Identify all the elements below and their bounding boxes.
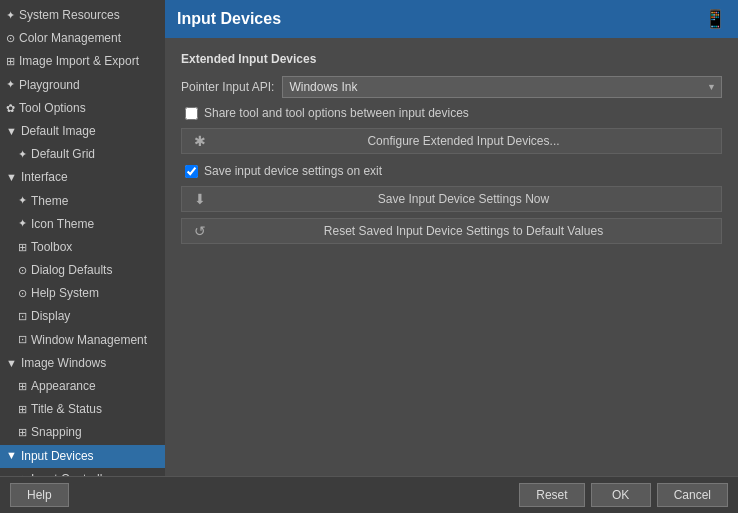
- footer: Help Reset OK Cancel: [0, 476, 738, 513]
- sidebar-label-system-resources: System Resources: [19, 6, 120, 25]
- sidebar-label-display: Display: [31, 307, 70, 326]
- content-panel: Input Devices 📱 Extended Input Devices P…: [165, 0, 738, 476]
- save-settings-checkbox[interactable]: [185, 165, 198, 178]
- sidebar-icon-interface: ▼: [6, 169, 17, 187]
- sidebar-icon-image-import-export: ⊞: [6, 53, 15, 71]
- sidebar-icon-window-management: ⊡: [18, 331, 27, 349]
- sidebar-item-input-controllers[interactable]: ⊙Input Controllers: [0, 468, 165, 476]
- sidebar-item-tool-options[interactable]: ✿Tool Options: [0, 97, 165, 120]
- share-tools-label[interactable]: Share tool and tool options between inpu…: [204, 106, 469, 120]
- sidebar-label-snapping: Snapping: [31, 423, 82, 442]
- sidebar-label-input-devices: Input Devices: [21, 447, 94, 466]
- sidebar-item-image-import-export[interactable]: ⊞Image Import & Export: [0, 50, 165, 73]
- sidebar-icon-dialog-defaults: ⊙: [18, 262, 27, 280]
- help-button[interactable]: Help: [10, 483, 69, 507]
- sidebar-item-title-status[interactable]: ⊞Title & Status: [0, 398, 165, 421]
- save-icon: ⬇: [188, 191, 212, 207]
- save-settings-label[interactable]: Save input device settings on exit: [204, 164, 382, 178]
- save-label: Save Input Device Settings Now: [212, 192, 715, 206]
- configure-icon: ✱: [188, 133, 212, 149]
- content-header-icon: 📱: [704, 8, 726, 30]
- sidebar-item-system-resources[interactable]: ✦System Resources: [0, 4, 165, 27]
- reset-icon: ↺: [188, 223, 212, 239]
- sidebar-icon-playground: ✦: [6, 76, 15, 94]
- sidebar-item-toolbox[interactable]: ⊞Toolbox: [0, 236, 165, 259]
- sidebar-icon-default-image: ▼: [6, 123, 17, 141]
- ok-button[interactable]: OK: [591, 483, 651, 507]
- sidebar-item-input-devices[interactable]: ▼Input Devices: [0, 445, 165, 468]
- share-tools-row: Share tool and tool options between inpu…: [181, 106, 722, 120]
- sidebar-icon-snapping: ⊞: [18, 424, 27, 442]
- sidebar-icon-tool-options: ✿: [6, 100, 15, 118]
- sidebar-item-image-windows[interactable]: ▼Image Windows: [0, 352, 165, 375]
- sidebar-label-title-status: Title & Status: [31, 400, 102, 419]
- sidebar-item-playground[interactable]: ✦Playground: [0, 74, 165, 97]
- sidebar-label-dialog-defaults: Dialog Defaults: [31, 261, 112, 280]
- sidebar-item-help-system[interactable]: ⊙Help System: [0, 282, 165, 305]
- save-settings-row: Save input device settings on exit: [181, 164, 722, 178]
- sidebar-item-window-management[interactable]: ⊡Window Management: [0, 329, 165, 352]
- content-title: Input Devices: [177, 10, 281, 28]
- sidebar-icon-icon-theme: ✦: [18, 215, 27, 233]
- sidebar-label-color-management: Color Management: [19, 29, 121, 48]
- pointer-input-label: Pointer Input API:: [181, 80, 274, 94]
- sidebar-item-dialog-defaults[interactable]: ⊙Dialog Defaults: [0, 259, 165, 282]
- sidebar-label-theme: Theme: [31, 192, 68, 211]
- save-action-row[interactable]: ⬇ Save Input Device Settings Now: [181, 186, 722, 212]
- share-tools-checkbox[interactable]: [185, 107, 198, 120]
- content-body: Extended Input Devices Pointer Input API…: [165, 38, 738, 476]
- sidebar-item-icon-theme[interactable]: ✦Icon Theme: [0, 213, 165, 236]
- sidebar-icon-default-grid: ✦: [18, 146, 27, 164]
- sidebar-label-help-system: Help System: [31, 284, 99, 303]
- sidebar-label-image-import-export: Image Import & Export: [19, 52, 139, 71]
- sidebar-item-display[interactable]: ⊡Display: [0, 305, 165, 328]
- reset-action-row[interactable]: ↺ Reset Saved Input Device Settings to D…: [181, 218, 722, 244]
- sidebar-icon-toolbox: ⊞: [18, 239, 27, 257]
- sidebar-label-image-windows: Image Windows: [21, 354, 106, 373]
- sidebar: ✦System Resources⊙Color Management⊞Image…: [0, 0, 165, 476]
- sidebar-icon-help-system: ⊙: [18, 285, 27, 303]
- sidebar-label-default-image: Default Image: [21, 122, 96, 141]
- footer-left: Help: [10, 483, 69, 507]
- configure-action-row[interactable]: ✱ Configure Extended Input Devices...: [181, 128, 722, 154]
- footer-right: Reset OK Cancel: [519, 483, 728, 507]
- sidebar-icon-title-status: ⊞: [18, 401, 27, 419]
- pointer-input-row: Pointer Input API: Windows Ink XInput Wi…: [181, 76, 722, 98]
- pointer-input-select-wrapper[interactable]: Windows Ink XInput WinTab: [282, 76, 722, 98]
- cancel-button[interactable]: Cancel: [657, 483, 728, 507]
- sidebar-item-interface[interactable]: ▼Interface: [0, 166, 165, 189]
- section-title: Extended Input Devices: [181, 52, 722, 66]
- sidebar-label-toolbox: Toolbox: [31, 238, 72, 257]
- sidebar-item-default-grid[interactable]: ✦Default Grid: [0, 143, 165, 166]
- sidebar-label-playground: Playground: [19, 76, 80, 95]
- sidebar-icon-input-devices: ▼: [6, 447, 17, 465]
- sidebar-label-icon-theme: Icon Theme: [31, 215, 94, 234]
- sidebar-icon-display: ⊡: [18, 308, 27, 326]
- sidebar-icon-color-management: ⊙: [6, 30, 15, 48]
- sidebar-item-appearance[interactable]: ⊞Appearance: [0, 375, 165, 398]
- pointer-input-select[interactable]: Windows Ink XInput WinTab: [282, 76, 722, 98]
- sidebar-label-appearance: Appearance: [31, 377, 96, 396]
- sidebar-item-color-management[interactable]: ⊙Color Management: [0, 27, 165, 50]
- sidebar-icon-theme: ✦: [18, 192, 27, 210]
- reset-label: Reset Saved Input Device Settings to Def…: [212, 224, 715, 238]
- sidebar-icon-image-windows: ▼: [6, 355, 17, 373]
- content-header: Input Devices 📱: [165, 0, 738, 38]
- sidebar-label-tool-options: Tool Options: [19, 99, 86, 118]
- sidebar-icon-system-resources: ✦: [6, 7, 15, 25]
- sidebar-label-interface: Interface: [21, 168, 68, 187]
- sidebar-icon-appearance: ⊞: [18, 378, 27, 396]
- sidebar-item-snapping[interactable]: ⊞Snapping: [0, 421, 165, 444]
- sidebar-label-window-management: Window Management: [31, 331, 147, 350]
- sidebar-label-default-grid: Default Grid: [31, 145, 95, 164]
- sidebar-item-default-image[interactable]: ▼Default Image: [0, 120, 165, 143]
- sidebar-item-theme[interactable]: ✦Theme: [0, 190, 165, 213]
- reset-button[interactable]: Reset: [519, 483, 584, 507]
- configure-label: Configure Extended Input Devices...: [212, 134, 715, 148]
